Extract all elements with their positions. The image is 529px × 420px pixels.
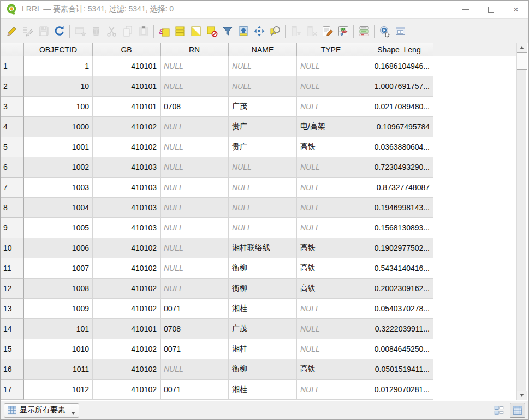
- cell-NAME[interactable]: 衡柳: [229, 359, 297, 380]
- cell-OBJECTID[interactable]: 1001: [24, 137, 93, 157]
- row-number[interactable]: 15: [1, 339, 24, 359]
- column-header-NAME[interactable]: NAME: [229, 43, 297, 56]
- row-number[interactable]: 4: [1, 117, 24, 137]
- cell-GB[interactable]: 410103: [93, 218, 161, 238]
- cell-TYPE[interactable]: NULL: [297, 76, 365, 97]
- cell-NAME[interactable]: 衡柳: [229, 279, 297, 299]
- cell-NAME[interactable]: 衡柳: [229, 258, 297, 279]
- cell-NAME[interactable]: 湘桂: [229, 339, 297, 359]
- cell-Shape_Leng[interactable]: 0.3222039911...: [365, 319, 433, 339]
- row-number[interactable]: 10: [1, 238, 24, 258]
- cell-TYPE[interactable]: NULL: [297, 97, 365, 117]
- row-number[interactable]: 13: [1, 299, 24, 319]
- reload-button[interactable]: [51, 23, 67, 39]
- cell-NAME[interactable]: NULL: [229, 218, 297, 238]
- row-number[interactable]: 8: [1, 198, 24, 218]
- minimize-button[interactable]: [453, 1, 478, 18]
- cell-GB[interactable]: 410101: [93, 76, 161, 97]
- cell-GB[interactable]: 410101: [93, 56, 161, 76]
- cell-NAME[interactable]: NULL: [229, 198, 297, 218]
- cell-OBJECTID[interactable]: 1004: [24, 198, 93, 218]
- cell-TYPE[interactable]: NULL: [297, 380, 365, 400]
- cell-RN[interactable]: NULL: [161, 359, 229, 380]
- cell-RN[interactable]: 0071: [161, 299, 229, 319]
- dock-table-button[interactable]: [393, 23, 408, 39]
- row-number[interactable]: 9: [1, 218, 24, 238]
- conditional-formatting-button[interactable]: [335, 23, 351, 39]
- cell-GB[interactable]: 410102: [93, 137, 161, 157]
- cell-GB[interactable]: 410102: [93, 299, 161, 319]
- cell-GB[interactable]: 410102: [93, 339, 161, 359]
- cell-Shape_Leng[interactable]: 0.1946998143...: [365, 198, 433, 218]
- row-number[interactable]: 5: [1, 137, 24, 157]
- cell-NAME[interactable]: NULL: [229, 56, 297, 76]
- cell-OBJECTID[interactable]: 1012: [24, 380, 93, 400]
- row-number[interactable]: 12: [1, 279, 24, 299]
- row-number[interactable]: 1: [1, 56, 24, 76]
- cell-OBJECTID[interactable]: 101: [24, 319, 93, 339]
- feature-filter-button[interactable]: 显示所有要素: [4, 403, 79, 418]
- cell-OBJECTID[interactable]: 10: [24, 76, 93, 97]
- cell-Shape_Leng[interactable]: 0.1686104946...: [365, 56, 433, 76]
- cell-TYPE[interactable]: NULL: [297, 319, 365, 339]
- cell-TYPE[interactable]: 电/高架: [297, 117, 365, 137]
- cell-Shape_Leng[interactable]: 0.0540370278...: [365, 299, 433, 319]
- cell-OBJECTID[interactable]: 1003: [24, 178, 93, 198]
- row-number[interactable]: 7: [1, 178, 24, 198]
- cell-TYPE[interactable]: NULL: [297, 157, 365, 178]
- cell-NAME[interactable]: NULL: [229, 76, 297, 97]
- zoom-to-selected-button[interactable]: [267, 23, 283, 39]
- cell-NAME[interactable]: 湘桂: [229, 299, 297, 319]
- column-header-GB[interactable]: GB: [93, 43, 161, 56]
- cell-GB[interactable]: 410102: [93, 359, 161, 380]
- select-by-expression-button[interactable]: ε: [156, 23, 172, 39]
- cell-RN[interactable]: 0071: [161, 339, 229, 359]
- cell-OBJECTID[interactable]: 1000: [24, 117, 93, 137]
- cell-TYPE[interactable]: 高铁: [297, 359, 365, 380]
- column-header-RN[interactable]: RN: [161, 43, 229, 56]
- cell-RN[interactable]: 0708: [161, 319, 229, 339]
- select-all-button[interactable]: [172, 23, 188, 39]
- field-calculator-button[interactable]: [319, 23, 335, 39]
- cell-NAME[interactable]: NULL: [229, 157, 297, 178]
- pan-to-selected-button[interactable]: [251, 23, 267, 39]
- cell-Shape_Leng[interactable]: 0.87327748087: [365, 178, 433, 198]
- cell-TYPE[interactable]: NULL: [297, 56, 365, 76]
- cell-GB[interactable]: 410102: [93, 258, 161, 279]
- cell-TYPE[interactable]: NULL: [297, 299, 365, 319]
- selected-to-top-button[interactable]: [235, 23, 251, 39]
- column-header-TYPE[interactable]: TYPE: [297, 43, 365, 56]
- table-view-button[interactable]: [510, 403, 525, 418]
- cell-NAME[interactable]: 广茂: [229, 97, 297, 117]
- column-header-Shape_Leng[interactable]: Shape_Leng: [365, 43, 433, 56]
- row-number[interactable]: 3: [1, 97, 24, 117]
- cell-GB[interactable]: 410102: [93, 279, 161, 299]
- cell-OBJECTID[interactable]: 1002: [24, 157, 93, 178]
- filter-button[interactable]: [219, 23, 235, 39]
- cell-OBJECTID[interactable]: 100: [24, 97, 93, 117]
- vertical-scrollbar[interactable]: [516, 43, 526, 400]
- scroll-up-button[interactable]: [517, 43, 527, 52]
- cell-GB[interactable]: 410103: [93, 157, 161, 178]
- cell-RN[interactable]: 0071: [161, 380, 229, 400]
- column-header-rownum[interactable]: [1, 43, 24, 56]
- cell-Shape_Leng[interactable]: 0.0084645250...: [365, 339, 433, 359]
- cell-Shape_Leng[interactable]: 0.1568130893...: [365, 218, 433, 238]
- cell-OBJECTID[interactable]: 1005: [24, 218, 93, 238]
- cell-Shape_Leng[interactable]: 0.0129070281...: [365, 380, 433, 400]
- cell-TYPE[interactable]: 高铁: [297, 279, 365, 299]
- cell-RN[interactable]: 0708: [161, 97, 229, 117]
- row-number[interactable]: 16: [1, 359, 24, 380]
- cell-RN[interactable]: NULL: [161, 56, 229, 76]
- cell-Shape_Leng[interactable]: 1.0007691757...: [365, 76, 433, 97]
- cell-NAME[interactable]: 湘桂: [229, 380, 297, 400]
- maximize-button[interactable]: [478, 1, 503, 18]
- cell-RN[interactable]: NULL: [161, 279, 229, 299]
- cell-RN[interactable]: NULL: [161, 76, 229, 97]
- cell-NAME[interactable]: 广茂: [229, 319, 297, 339]
- cell-Shape_Leng[interactable]: 0.1902977502...: [365, 238, 433, 258]
- cell-TYPE[interactable]: 高铁: [297, 238, 365, 258]
- cell-RN[interactable]: NULL: [161, 198, 229, 218]
- cell-TYPE[interactable]: NULL: [297, 218, 365, 238]
- row-number[interactable]: 6: [1, 157, 24, 178]
